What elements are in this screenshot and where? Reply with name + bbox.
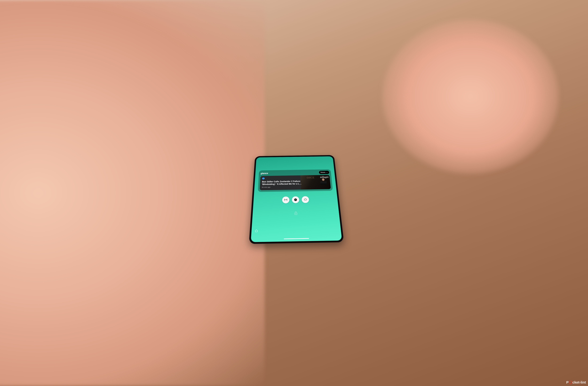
glance-widget[interactable]: glance News OICE nilagic People Ben Stil…	[258, 169, 333, 192]
category-selector[interactable]: News	[319, 171, 329, 174]
shortcut-cloud[interactable]	[302, 196, 309, 203]
publisher-badge: People	[262, 177, 265, 179]
lock-icon	[294, 211, 298, 215]
chevron-up-icon	[326, 172, 328, 173]
shortcut-gmail[interactable]	[282, 196, 289, 203]
watermark: P cket-lint	[566, 380, 586, 384]
power-icon	[568, 380, 573, 385]
watermark-suffix: cket-lint	[572, 380, 586, 384]
home-hint[interactable]	[255, 229, 258, 233]
background-hand	[0, 0, 265, 386]
gmail-icon	[284, 198, 287, 201]
thumbnail-bg-text-2: nilagic	[320, 175, 329, 179]
news-timestamp: 59 mins ago	[262, 186, 307, 188]
watermark-prefix: P	[566, 380, 568, 384]
category-label: News	[320, 171, 326, 174]
shortcut-compass[interactable]	[292, 196, 299, 203]
home-icon	[255, 229, 258, 232]
news-card[interactable]: OICE nilagic People Ben Stiller Calls Zo…	[260, 175, 331, 190]
shortcut-row	[253, 196, 338, 204]
phone-frame: glance News OICE nilagic People Ben Stil…	[252, 147, 336, 239]
gesture-bar[interactable]	[284, 238, 309, 239]
news-headline: Ben Stiller Calls Zoolander 2 Failure 'B…	[262, 180, 307, 186]
glance-logo: glance	[261, 172, 268, 175]
background-finger	[382, 19, 559, 174]
cloud-icon	[304, 198, 307, 201]
lock-screen[interactable]: glance News OICE nilagic People Ben Stil…	[251, 156, 342, 242]
svg-point-3	[296, 213, 296, 214]
compass-icon	[294, 198, 297, 201]
lock-indicator[interactable]	[294, 211, 298, 216]
